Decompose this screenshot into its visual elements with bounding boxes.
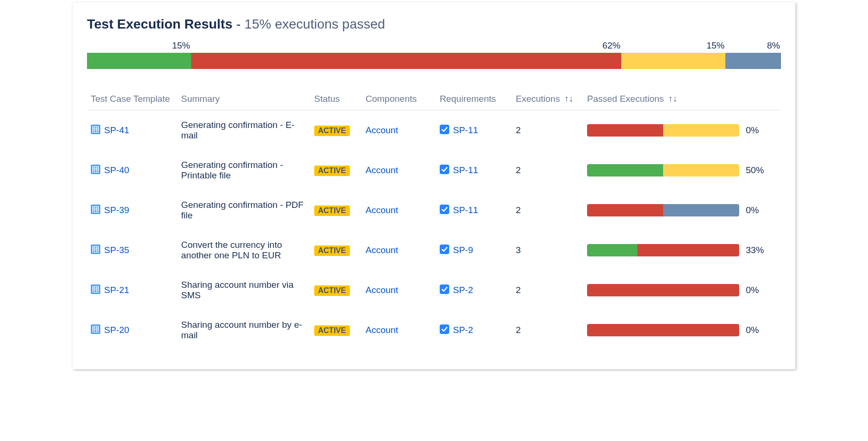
passed-percent: 33% bbox=[746, 245, 770, 255]
requirement-checkbox-icon bbox=[440, 125, 449, 137]
col-header-template[interactable]: Test Case Template bbox=[87, 88, 177, 110]
requirement-key: SP-9 bbox=[453, 245, 473, 255]
summary-segment-label: 15% bbox=[621, 40, 725, 51]
summary-cell: Sharing account number by e-mail bbox=[177, 310, 310, 350]
col-header-summary[interactable]: Summary bbox=[177, 88, 310, 110]
requirement-checkbox-icon bbox=[440, 205, 449, 216]
executions-count: 2 bbox=[512, 190, 583, 230]
executions-count: 2 bbox=[512, 270, 583, 310]
svg-rect-0 bbox=[91, 125, 100, 134]
executions-count: 2 bbox=[512, 150, 583, 190]
execution-bar-segment bbox=[587, 284, 739, 296]
requirement-checkbox-icon bbox=[440, 245, 449, 256]
requirement-key: SP-2 bbox=[453, 325, 473, 335]
table-row: SP-40Generating confirmation - Printable… bbox=[87, 150, 781, 190]
component-link[interactable]: Account bbox=[366, 325, 398, 335]
col-header-requirements[interactable]: Requirements bbox=[436, 88, 512, 110]
requirement-link[interactable]: SP-2 bbox=[440, 324, 473, 336]
requirement-link[interactable]: SP-2 bbox=[440, 284, 473, 296]
summary-segment bbox=[725, 53, 781, 69]
execution-result-bar bbox=[587, 164, 739, 176]
test-case-icon bbox=[91, 324, 100, 336]
component-link[interactable]: Account bbox=[366, 205, 398, 215]
test-case-icon bbox=[91, 205, 100, 216]
col-header-components[interactable]: Components bbox=[362, 88, 436, 110]
test-case-link[interactable]: SP-21 bbox=[91, 284, 129, 296]
summary-segment bbox=[621, 53, 725, 69]
requirement-checkbox-icon bbox=[440, 284, 449, 296]
svg-rect-13 bbox=[440, 165, 449, 174]
summary-bar-labels: 15%62%15%8% bbox=[87, 40, 781, 51]
col-header-status[interactable]: Status bbox=[310, 88, 362, 110]
requirement-checkbox-icon bbox=[440, 324, 449, 336]
passed-percent: 0% bbox=[746, 205, 770, 216]
col-header-passed[interactable]: Passed Executions ↑↓ bbox=[583, 88, 781, 110]
component-link[interactable]: Account bbox=[366, 165, 398, 175]
page-title-row: Test Execution Results - 15% executions … bbox=[87, 17, 781, 32]
sort-icon: ↑↓ bbox=[668, 94, 677, 104]
svg-rect-34 bbox=[440, 284, 449, 294]
svg-rect-20 bbox=[440, 205, 449, 214]
passed-percent: 0% bbox=[746, 125, 770, 136]
svg-rect-6 bbox=[440, 125, 449, 134]
table-header-row: Test Case Template Summary Status Compon… bbox=[87, 88, 781, 110]
test-case-link[interactable]: SP-39 bbox=[91, 205, 129, 216]
summary-bar bbox=[87, 53, 781, 69]
title-separator: - bbox=[236, 17, 241, 32]
component-link[interactable]: Account bbox=[366, 125, 398, 135]
execution-bar-segment bbox=[587, 244, 637, 256]
passed-percent: 50% bbox=[746, 165, 770, 176]
test-case-key: SP-35 bbox=[104, 245, 129, 255]
component-link[interactable]: Account bbox=[366, 245, 398, 255]
summary-cell: Generating confirmation - PDF file bbox=[177, 190, 310, 230]
execution-result-bar bbox=[587, 244, 739, 256]
test-case-link[interactable]: SP-35 bbox=[91, 245, 129, 256]
summary-segment bbox=[191, 53, 621, 69]
table-row: SP-20Sharing account number by e-mailACT… bbox=[87, 310, 781, 350]
execution-result-bar bbox=[587, 324, 739, 336]
status-badge: ACTIVE bbox=[314, 245, 350, 256]
summary-cell: Generating confirmation - Printable file bbox=[177, 150, 310, 190]
table-row: SP-41Generating confirmation - E-mailACT… bbox=[87, 110, 781, 151]
col-header-executions[interactable]: Executions ↑↓ bbox=[512, 88, 583, 110]
status-badge: ACTIVE bbox=[314, 325, 350, 336]
requirement-key: SP-2 bbox=[453, 285, 473, 295]
requirement-key: SP-11 bbox=[453, 165, 478, 176]
summary-cell: Generating confirmation - E-mail bbox=[177, 110, 310, 151]
test-case-link[interactable]: SP-41 bbox=[91, 125, 129, 137]
requirement-link[interactable]: SP-11 bbox=[440, 165, 478, 176]
passed-percent: 0% bbox=[746, 285, 770, 295]
status-badge: ACTIVE bbox=[314, 206, 350, 216]
execution-bar-segment bbox=[587, 164, 663, 176]
requirement-link[interactable]: SP-11 bbox=[440, 205, 478, 216]
svg-rect-14 bbox=[91, 205, 100, 214]
requirement-link[interactable]: SP-11 bbox=[440, 125, 478, 137]
execution-result-bar bbox=[587, 204, 739, 216]
execution-bar-segment bbox=[663, 204, 739, 216]
summary-segment-label: 8% bbox=[725, 40, 781, 51]
page-title: Test Execution Results bbox=[87, 17, 232, 32]
requirement-key: SP-11 bbox=[453, 205, 478, 216]
summary-cell: Sharing account number via SMS bbox=[177, 270, 310, 310]
svg-rect-41 bbox=[440, 324, 449, 334]
execution-bar-segment bbox=[587, 124, 663, 137]
svg-rect-28 bbox=[91, 284, 100, 294]
execution-bar-segment bbox=[587, 324, 739, 336]
col-header-passed-label: Passed Executions bbox=[587, 94, 664, 104]
summary-segment-label: 15% bbox=[87, 40, 191, 51]
summary-cell: Convert the currency into another one PL… bbox=[177, 230, 310, 270]
component-link[interactable]: Account bbox=[366, 285, 398, 295]
test-case-key: SP-40 bbox=[104, 165, 129, 176]
requirement-link[interactable]: SP-9 bbox=[440, 245, 473, 256]
test-case-link[interactable]: SP-40 bbox=[91, 165, 129, 176]
test-case-link[interactable]: SP-20 bbox=[91, 324, 129, 336]
svg-rect-7 bbox=[91, 165, 100, 174]
summary-bar-container: 15%62%15%8% bbox=[87, 40, 781, 69]
execution-result-bar bbox=[587, 124, 739, 137]
page-subtitle: 15% executions passed bbox=[244, 17, 385, 32]
test-case-key: SP-20 bbox=[104, 325, 129, 335]
col-header-executions-label: Executions bbox=[516, 94, 560, 104]
test-case-icon bbox=[91, 245, 100, 256]
status-badge: ACTIVE bbox=[314, 166, 350, 176]
svg-rect-21 bbox=[91, 245, 100, 254]
